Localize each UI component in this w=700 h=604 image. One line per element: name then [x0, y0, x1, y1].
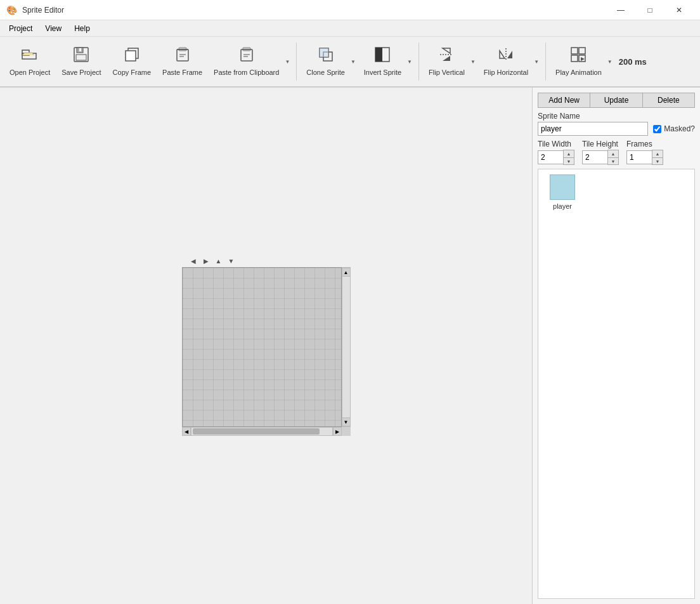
clone-sprite-dropdown-arrow[interactable]: ▼: [349, 40, 357, 83]
flip-horizontal-button[interactable]: Flip Horizontal: [479, 40, 533, 83]
scroll-up-arrow[interactable]: ▲: [214, 256, 224, 266]
clone-sprite-button[interactable]: Clone Sprite: [302, 40, 349, 83]
flip-horizontal-label: Flip Horizontal: [484, 69, 528, 77]
update-button[interactable]: Update: [590, 93, 642, 108]
sprite-name-input[interactable]: [538, 122, 648, 136]
vertical-scrollbar: ▲ ▼: [342, 267, 351, 427]
vscroll-up-btn[interactable]: ▲: [342, 268, 351, 277]
play-animation-group: Play Animation ▼: [551, 40, 614, 83]
sprite-action-buttons: Add New Update Delete: [538, 93, 695, 108]
play-animation-label: Play Animation: [555, 69, 602, 77]
toolbar-sep-2: [418, 43, 419, 81]
play-animation-button[interactable]: Play Animation: [551, 40, 606, 83]
paste-clipboard-group: Paste from Clipboard ▼: [209, 40, 291, 83]
play-animation-dropdown-arrow[interactable]: ▼: [606, 40, 614, 83]
sprite-name-section: Sprite Name Masked?: [538, 112, 695, 136]
paste-frame-icon: [174, 46, 191, 66]
hscroll-left-btn[interactable]: ◀: [182, 427, 191, 436]
copy-frame-label: Copy Frame: [113, 69, 152, 77]
menu-project[interactable]: Project: [3, 23, 39, 34]
tile-height-input[interactable]: [582, 150, 607, 164]
maximize-button[interactable]: □: [635, 0, 664, 20]
svg-rect-6: [126, 51, 136, 61]
main-area: ◀ ▶ ▲ ▼ ▲ ▼: [0, 88, 700, 604]
masked-checkbox[interactable]: [653, 125, 661, 133]
paste-frame-button[interactable]: Paste Frame: [158, 40, 207, 83]
frames-input-row: ▲ ▼: [626, 150, 663, 165]
flip-vertical-dropdown-arrow[interactable]: ▼: [469, 40, 477, 83]
svg-rect-11: [241, 49, 252, 61]
flip-horizontal-group: Flip Horizontal ▼: [479, 40, 540, 83]
tile-width-down[interactable]: ▼: [564, 157, 574, 164]
frames-spinners: ▲ ▼: [652, 150, 663, 165]
canvas-with-scrollbar: ▲ ▼ ◀ ▶: [182, 267, 351, 436]
flip-vertical-button[interactable]: Flip Vertical: [424, 40, 469, 83]
open-project-button[interactable]: Open Project: [5, 40, 55, 83]
tile-height-spinners: ▲ ▼: [607, 150, 619, 165]
horizontal-scrollbar[interactable]: [191, 427, 333, 436]
tile-width-spinners: ▲ ▼: [563, 150, 574, 165]
toolbar-sep-1: [296, 43, 297, 81]
invert-sprite-button[interactable]: Invert Sprite: [360, 40, 406, 83]
tile-height-input-row: ▲ ▼: [582, 150, 619, 165]
frames-label: Frames: [626, 140, 663, 148]
minimize-button[interactable]: —: [606, 0, 635, 20]
open-project-label: Open Project: [10, 69, 50, 77]
horizontal-scrollbar-row: ◀ ▶: [182, 427, 351, 436]
tile-width-input[interactable]: [538, 150, 563, 164]
svg-rect-4: [79, 48, 81, 51]
vscroll-down-btn[interactable]: ▼: [342, 417, 351, 426]
close-button[interactable]: ✕: [664, 0, 694, 20]
clone-sprite-icon: [317, 46, 335, 66]
hscroll-thumb[interactable]: [193, 428, 320, 435]
save-project-icon: [72, 46, 90, 66]
delete-button[interactable]: Delete: [642, 93, 695, 108]
paste-clipboard-button[interactable]: Paste from Clipboard: [209, 40, 283, 83]
frames-up[interactable]: ▲: [652, 150, 663, 157]
copy-frame-button[interactable]: Copy Frame: [108, 40, 156, 83]
app-title: Sprite Editor: [22, 6, 601, 15]
tile-height-up[interactable]: ▲: [608, 150, 618, 157]
tile-width-label: Tile Width: [538, 140, 574, 148]
svg-marker-18: [443, 48, 450, 53]
tile-section: Tile Width ▲ ▼ Tile Height ▲ ▼: [538, 140, 695, 165]
titlebar-controls: — □ ✕: [606, 0, 694, 20]
svg-marker-27: [581, 57, 585, 61]
invert-sprite-icon: [373, 46, 391, 66]
toolbar-sep-3: [545, 43, 546, 81]
tile-width-input-row: ▲ ▼: [538, 150, 574, 165]
scroll-down-arrow[interactable]: ▼: [226, 256, 237, 266]
scroll-arrows-row: ◀ ▶ ▲ ▼: [182, 256, 351, 266]
copy-frame-icon: [123, 46, 141, 66]
canvas-inner: ▲ ▼: [182, 267, 351, 427]
scroll-left-arrow[interactable]: ◀: [188, 256, 198, 266]
invert-sprite-dropdown-arrow[interactable]: ▼: [406, 40, 413, 83]
clone-sprite-label: Clone Sprite: [306, 69, 345, 77]
scroll-right-arrow[interactable]: ▶: [201, 256, 211, 266]
flip-horizontal-icon: [497, 46, 515, 66]
canvas-area: ◀ ▶ ▲ ▼ ▲ ▼: [0, 88, 532, 604]
hscroll-right-btn[interactable]: ▶: [333, 427, 342, 436]
sprite-name-label: Sprite Name: [538, 112, 695, 121]
add-new-button[interactable]: Add New: [538, 93, 590, 108]
tile-width-up[interactable]: ▲: [564, 150, 574, 157]
flip-horizontal-dropdown-arrow[interactable]: ▼: [533, 40, 540, 83]
animation-ms-display: 200 ms: [616, 57, 649, 67]
clone-sprite-group: Clone Sprite ▼: [302, 40, 356, 83]
menu-view[interactable]: View: [39, 23, 68, 34]
menu-help[interactable]: Help: [68, 23, 96, 34]
save-project-button[interactable]: Save Project: [57, 40, 105, 83]
open-project-icon: [21, 46, 39, 66]
pixel-grid[interactable]: [182, 267, 342, 427]
frames-down[interactable]: ▼: [652, 157, 663, 164]
scroll-corner: [342, 427, 351, 436]
tile-width-field: Tile Width ▲ ▼: [538, 140, 574, 165]
svg-marker-21: [500, 51, 505, 58]
paste-clipboard-label: Paste from Clipboard: [214, 69, 279, 77]
frames-input[interactable]: [626, 150, 652, 164]
invert-sprite-label: Invert Sprite: [364, 69, 401, 77]
tile-height-down[interactable]: ▼: [608, 157, 618, 164]
paste-clipboard-dropdown-arrow[interactable]: ▼: [283, 40, 291, 83]
menubar: Project View Help: [0, 20, 700, 37]
sprite-item-player[interactable]: player: [543, 174, 581, 210]
